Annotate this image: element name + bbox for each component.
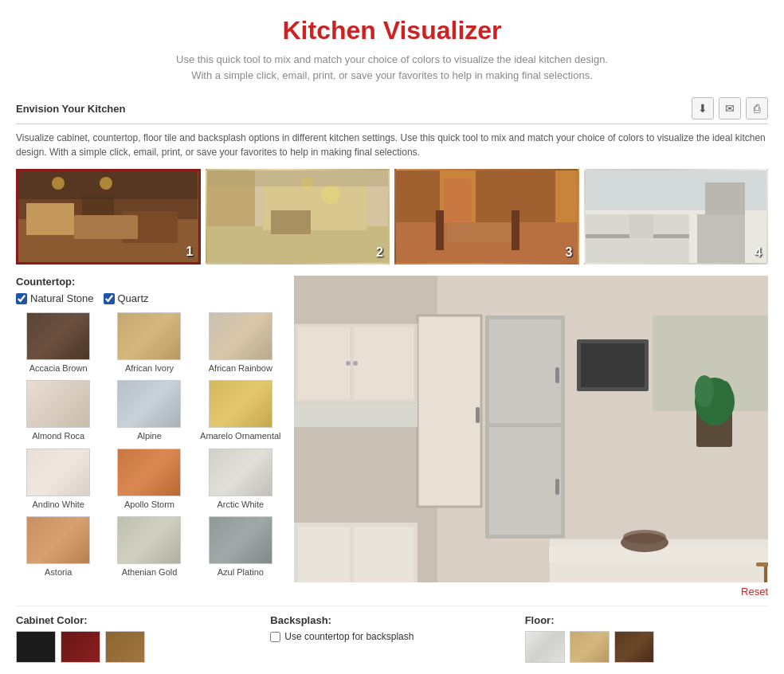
swatch-african-ivory-box [117,312,181,360]
reset-link[interactable]: Reset [294,586,768,598]
swatch-astoria[interactable]: Astoria [16,515,100,579]
svg-rect-19 [396,170,440,222]
svg-point-74 [623,530,666,544]
svg-rect-29 [705,182,745,214]
quartz-filter[interactable]: Quartz [104,292,149,304]
svg-rect-27 [697,214,745,265]
swatch-alpine[interactable]: Alpine [107,378,191,443]
swatch-african-rainbow-label: African Rainbow [209,362,272,374]
section-header: Envision Your Kitchen ⬇ ✉ ⎙ [16,97,768,124]
svg-rect-16 [207,170,389,186]
save-icon: ⬇ [698,102,708,115]
swatch-accacia-brown-label: Accacia Brown [29,362,88,374]
swatch-almond-roca-box [26,380,90,428]
svg-rect-75 [294,403,417,427]
scene-2-number: 2 [376,245,383,260]
floor-section: Floor: [525,614,768,663]
scene-4[interactable]: 4 [584,169,769,265]
swatch-azul-platino-box [209,516,272,564]
swatch-andino-white-label: Andino White [32,499,84,510]
right-panel: Reset [294,276,768,598]
cabinet-swatch-dark-red[interactable] [61,631,100,663]
svg-rect-22 [448,222,512,242]
swatch-andino-white[interactable]: Andino White [16,447,100,511]
natural-stone-filter[interactable]: Natural Stone [16,292,94,304]
floor-swatch-light-wood[interactable] [570,631,610,663]
svg-point-6 [52,177,65,190]
swatch-accacia-brown-box [26,312,90,360]
natural-stone-checkbox[interactable] [16,293,27,304]
use-countertop-text: Use countertop for backsplash [284,631,414,642]
left-panel: Countertop: Natural Stone Quartz Accacia… [16,276,283,598]
swatch-african-ivory[interactable]: African Ivory [107,311,191,375]
subtitle: Use this quick tool to mix and match you… [16,52,768,83]
cabinet-label: Cabinet Color: [16,614,259,626]
swatch-arctic-white[interactable]: Arctic White [198,447,283,511]
swatch-apollo-storm[interactable]: Apollo Storm [107,447,191,511]
svg-point-53 [695,375,714,407]
cabinet-swatch-black[interactable] [16,631,56,663]
swatch-african-rainbow-box [209,312,272,360]
countertop-section: Countertop: [16,276,283,288]
svg-rect-34 [417,315,481,507]
swatch-alpine-box [117,380,181,428]
page-wrapper: Kitchen Visualizer Use this quick tool t… [0,0,784,671]
page-title: Kitchen Visualizer [16,16,768,45]
print-button[interactable]: ⎙ [746,97,768,120]
svg-rect-31 [629,214,653,238]
scene-1[interactable]: 1 [16,169,201,265]
main-kitchen-image [294,276,768,582]
swatch-african-ivory-label: African Ivory [125,362,174,374]
floor-swatch-marble[interactable] [525,631,565,663]
svg-point-42 [353,361,358,366]
cabinet-swatch-wood-medium[interactable] [105,631,145,663]
svg-rect-46 [555,367,559,383]
svg-point-14 [321,185,340,204]
countertop-label: Countertop: [16,276,75,288]
scene-2[interactable]: 2 [206,169,390,265]
swatch-athenian-gold[interactable]: Athenian Gold [107,515,191,579]
svg-point-7 [100,177,112,190]
swatch-andino-white-box [26,449,90,496]
email-button[interactable]: ✉ [719,97,741,120]
svg-rect-77 [298,527,350,582]
swatch-astoria-box [26,516,90,564]
natural-stone-label: Natural Stone [30,292,94,304]
svg-rect-8 [74,215,138,239]
scene-4-number: 4 [755,245,762,260]
swatch-arctic-white-box [209,449,272,496]
svg-rect-66 [764,566,767,582]
scene-3-number: 3 [566,245,573,260]
svg-point-54 [716,381,732,409]
print-icon: ⎙ [754,102,760,115]
use-countertop-checkbox[interactable] [270,632,280,642]
use-countertop-label[interactable]: Use countertop for backsplash [270,631,513,642]
filter-row: Natural Stone Quartz [16,292,283,304]
cabinet-swatches [16,631,259,663]
swatch-azul-platino[interactable]: Azul Platino [198,515,283,579]
svg-rect-44 [489,319,561,423]
svg-rect-78 [354,527,414,582]
swatch-athenian-gold-box [117,516,181,564]
svg-rect-23 [436,210,444,250]
backsplash-label: Backsplash: [270,614,513,626]
swatch-almond-roca[interactable]: Almond Roca [16,378,100,443]
email-icon: ✉ [725,102,735,115]
swatches-grid: Accacia Brown African Ivory African Rain… [16,311,283,579]
scene-3[interactable]: 3 [394,169,579,265]
swatch-african-rainbow[interactable]: African Rainbow [198,311,283,375]
swatch-amarelo-label: Amarelo Ornamental [200,430,281,441]
kitchen-scenes: 1 2 [16,169,768,265]
swatch-amarelo[interactable]: Amarelo Ornamental [198,378,283,443]
save-button[interactable]: ⬇ [692,97,714,120]
quartz-checkbox[interactable] [104,293,115,304]
swatch-arctic-white-label: Arctic White [217,499,264,510]
description-text: Visualize cabinet, countertop, floor til… [16,131,768,159]
svg-rect-45 [489,427,561,535]
swatch-almond-roca-label: Almond Roca [32,430,84,441]
floor-swatch-dark-wood[interactable] [614,631,654,663]
swatch-alpine-label: Alpine [137,430,162,441]
svg-rect-40 [354,327,414,399]
swatch-apollo-storm-label: Apollo Storm [124,499,174,510]
swatch-accacia-brown[interactable]: Accacia Brown [16,311,100,375]
